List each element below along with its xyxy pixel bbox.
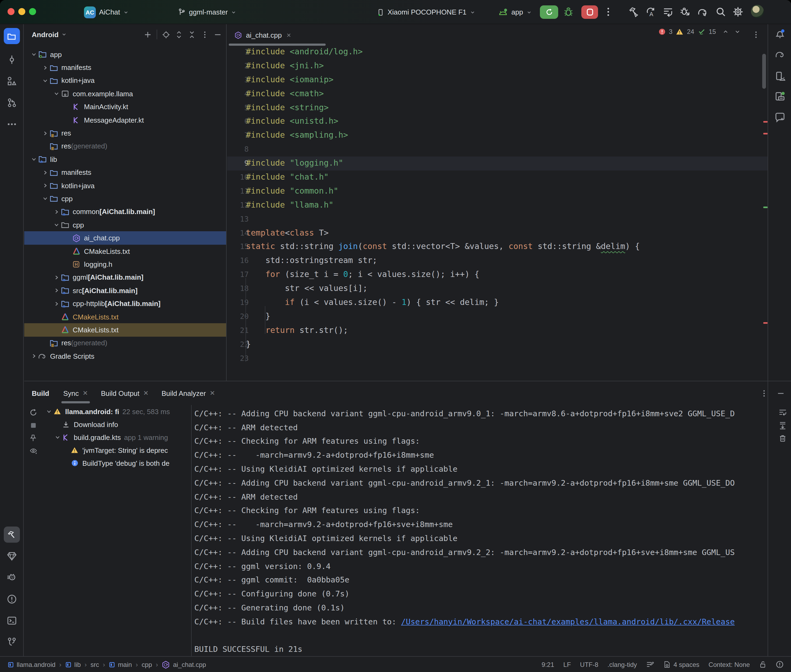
- breadcrumb-item[interactable]: cpp: [141, 661, 152, 668]
- close-icon[interactable]: ✕: [143, 389, 149, 397]
- code-line[interactable]: 6#include <unistd.h>: [227, 115, 768, 129]
- tree-row[interactable]: cpp: [24, 218, 226, 232]
- ai-context[interactable]: Context: None: [709, 661, 750, 668]
- code-line[interactable]: 23: [227, 352, 768, 365]
- attach-debugger-button[interactable]: [680, 6, 691, 17]
- tree-row[interactable]: Gradle Scripts: [24, 350, 226, 363]
- code-line[interactable]: 2#include <jni.h>: [227, 59, 768, 73]
- close-icon[interactable]: [286, 32, 292, 38]
- code-line[interactable]: 1#include <android/log.h>: [227, 45, 768, 59]
- sidebar-item-gradle[interactable]: [774, 49, 785, 59]
- sync-tree-row[interactable]: 'jvmTarget: String' is deprec: [42, 444, 191, 457]
- hide-panel-icon[interactable]: [214, 30, 222, 38]
- code-line[interactable]: 22}: [227, 338, 768, 352]
- tree-row[interactable]: res: [24, 126, 226, 140]
- tree-row[interactable]: kotlin+java: [24, 179, 226, 192]
- code-area[interactable]: 1#include <android/log.h>2#include <jni.…: [227, 45, 768, 365]
- run-config-selector[interactable]: app: [498, 0, 531, 24]
- filter-eye-icon[interactable]: [29, 447, 37, 454]
- sync-tree-row[interactable]: llama.android: fi22 sec, 583 ms: [42, 405, 191, 418]
- sync-tree-row[interactable]: build.gradle.ktsapp 1 warning: [42, 431, 191, 444]
- code-line[interactable]: 19 if (i < values.size() - 1) { str << d…: [227, 296, 768, 310]
- sidebar-item-more[interactable]: [6, 119, 17, 130]
- build-variants-button[interactable]: [663, 6, 673, 17]
- search-everywhere-button[interactable]: [716, 6, 726, 17]
- breadcrumb-item[interactable]: lib: [65, 661, 81, 668]
- tree-row[interactable]: CMakeLists.txt: [24, 245, 226, 258]
- close-window-button[interactable]: [8, 8, 14, 15]
- hide-panel-icon[interactable]: [777, 389, 785, 397]
- caret-position[interactable]: 9:21: [542, 661, 554, 668]
- avatar[interactable]: [751, 5, 764, 18]
- notifications-indicator[interactable]: [776, 661, 784, 669]
- error-stripe-mark[interactable]: [763, 133, 768, 134]
- tab-sync[interactable]: Sync✕: [57, 381, 95, 405]
- close-icon[interactable]: ✕: [83, 389, 88, 397]
- sidebar-item-notifications[interactable]: [774, 29, 785, 39]
- breadcrumb-item[interactable]: llama.android: [8, 661, 55, 668]
- error-stripe-mark[interactable]: [763, 121, 768, 123]
- tree-row[interactable]: res (generated): [24, 139, 226, 153]
- sidebar-item-project[interactable]: [3, 28, 20, 44]
- branch-selector[interactable]: ggml-master: [178, 0, 237, 24]
- tree-row[interactable]: kotlin+java: [24, 74, 226, 87]
- editor-options-menu[interactable]: [752, 30, 760, 39]
- tree-row[interactable]: ggml [AiChat.lib.main]: [24, 271, 226, 284]
- sidebar-item-app-insights[interactable]: [6, 551, 17, 561]
- tree-row[interactable]: common [AiChat.lib.main]: [24, 205, 226, 218]
- options-menu-icon[interactable]: [760, 389, 768, 397]
- sidebar-item-device-manager[interactable]: [774, 71, 785, 82]
- sidebar-item-terminal[interactable]: [6, 616, 17, 626]
- sidebar-item-gemini[interactable]: [774, 112, 785, 123]
- sidebar-item-running-devices[interactable]: [774, 91, 785, 102]
- gradle-sync-button[interactable]: [697, 6, 708, 17]
- line-ending[interactable]: LF: [563, 661, 571, 668]
- minimize-window-button[interactable]: [18, 8, 25, 15]
- project-selector[interactable]: AC AiChat: [84, 0, 128, 24]
- sidebar-item-problems[interactable]: [6, 594, 17, 604]
- collapse-all-icon[interactable]: [188, 30, 196, 38]
- scroll-to-end-icon[interactable]: [778, 421, 787, 430]
- lock-indicator[interactable]: [759, 661, 767, 669]
- log-link[interactable]: /Users/hanyin/Workspace/ai-chat/examples…: [401, 618, 735, 626]
- code-line[interactable]: 16 std::ostringstream str;: [227, 254, 768, 268]
- locate-file-icon[interactable]: [162, 30, 170, 38]
- code-line[interactable]: 13: [227, 212, 768, 226]
- code-line[interactable]: 14template<class T>: [227, 226, 768, 240]
- add-icon[interactable]: [144, 30, 152, 38]
- pin-icon[interactable]: [29, 434, 37, 442]
- code-line[interactable]: 15static std::string join(const std::vec…: [227, 240, 768, 254]
- code-line[interactable]: 17 for (size_t i = 0; i < values.size();…: [227, 268, 768, 282]
- prev-problem-icon[interactable]: [722, 28, 729, 35]
- maximize-window-button[interactable]: [29, 8, 36, 15]
- code-line[interactable]: 3#include <iomanip>: [227, 73, 768, 87]
- build-window-title[interactable]: Build: [32, 389, 49, 397]
- ok-stripe-mark[interactable]: [763, 206, 768, 208]
- encoding[interactable]: UTF-8: [580, 661, 598, 668]
- sidebar-item-structure[interactable]: [6, 76, 17, 86]
- tree-row[interactable]: MessageAdapter.kt: [24, 114, 226, 126]
- rerun-button[interactable]: [540, 5, 558, 19]
- stop-button[interactable]: [581, 5, 598, 19]
- debug-button[interactable]: [563, 6, 574, 17]
- code-line[interactable]: 20 }: [227, 310, 768, 324]
- tab-build-output[interactable]: Build Output✕: [95, 381, 155, 405]
- tree-row[interactable]: cpp-httplib [AiChat.lib.main]: [24, 297, 226, 310]
- tree-row[interactable]: CMakeLists.txt: [24, 310, 226, 323]
- tree-row[interactable]: Hlogging.h: [24, 258, 226, 271]
- code-line[interactable]: 7#include <sampling.h>: [227, 129, 768, 143]
- code-line[interactable]: 8: [227, 142, 768, 157]
- tab-build-analyzer[interactable]: Build Analyzer✕: [155, 381, 221, 405]
- tree-row[interactable]: com.example.llama: [24, 87, 226, 100]
- tab-ai-chat-cpp[interactable]: C ai_chat.cpp: [229, 24, 297, 46]
- code-line[interactable]: 21 return str.str();: [227, 324, 768, 338]
- tree-row[interactable]: src [AiChat.lib.main]: [24, 284, 226, 297]
- breadcrumb-item[interactable]: src: [90, 661, 99, 668]
- sidebar-item-build[interactable]: [3, 526, 20, 542]
- sync-tree-row[interactable]: Download info: [42, 418, 191, 431]
- build-log[interactable]: C/C++: -- Using KleidiAI optimized kerne…: [191, 405, 768, 656]
- inspections-widget[interactable]: 3 24 15: [658, 27, 741, 35]
- code-line[interactable]: 9#include "logging.h": [227, 157, 768, 171]
- code-line[interactable]: 11#include "common.h": [227, 184, 768, 198]
- sidebar-item-logcat[interactable]: [6, 573, 17, 583]
